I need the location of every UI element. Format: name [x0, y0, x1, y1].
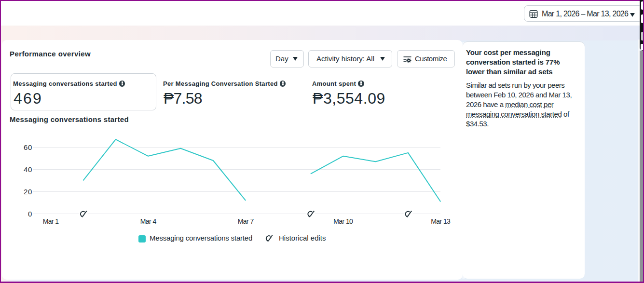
svg-text:60: 60 [24, 143, 32, 151]
svg-text:Mar 4: Mar 4 [140, 217, 157, 225]
svg-text:20: 20 [24, 188, 32, 196]
svg-text:Mar 10: Mar 10 [333, 217, 353, 225]
svg-text:0: 0 [28, 210, 32, 218]
svg-text:Mar 13: Mar 13 [431, 217, 451, 225]
svg-text:Mar 7: Mar 7 [238, 217, 254, 225]
svg-text:Mar 1: Mar 1 [43, 217, 59, 225]
svg-text:40: 40 [24, 165, 32, 174]
